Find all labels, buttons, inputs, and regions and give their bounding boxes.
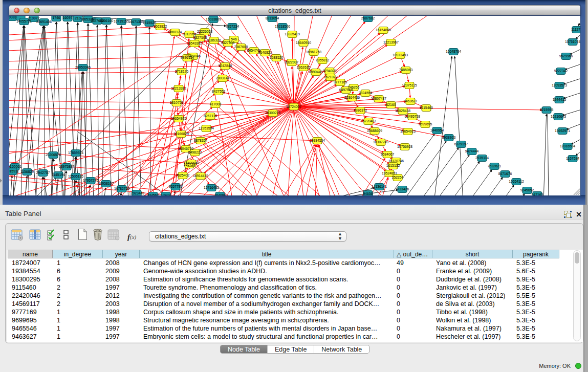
svg-text:1244415: 1244415: [553, 98, 567, 101]
svg-text:8938923: 8938923: [442, 136, 456, 139]
svg-text:62160: 62160: [386, 103, 396, 106]
svg-text:9699695: 9699695: [419, 122, 432, 126]
svg-text:12213967: 12213967: [383, 40, 399, 44]
svg-text:9242848: 9242848: [219, 64, 232, 68]
svg-text:20206576: 20206576: [46, 153, 61, 157]
svg-text:20691406: 20691406: [36, 20, 52, 24]
svg-text:16046756: 16046756: [178, 147, 193, 150]
svg-text:7357234: 7357234: [226, 25, 239, 28]
svg-text:1588520: 1588520: [270, 56, 284, 59]
svg-text:2687682: 2687682: [361, 16, 375, 20]
svg-text:7485063: 7485063: [399, 68, 413, 72]
svg-text:16154808: 16154808: [376, 28, 391, 32]
svg-text:15751074: 15751074: [565, 40, 580, 43]
svg-text:19654925: 19654925: [171, 117, 186, 120]
svg-text:12923448: 12923448: [129, 191, 144, 195]
svg-text:1440954: 1440954: [430, 128, 444, 132]
svg-text:18307249: 18307249: [373, 140, 388, 144]
svg-text:16671355: 16671355: [128, 20, 144, 24]
svg-text:9463627: 9463627: [404, 99, 418, 103]
svg-text:9474444: 9474444: [465, 149, 479, 153]
svg-text:25300275: 25300275: [265, 111, 280, 115]
svg-text:14136141: 14136141: [372, 185, 387, 188]
svg-text:10807487: 10807487: [371, 97, 386, 100]
svg-text:19654923: 19654923: [400, 129, 416, 133]
svg-text:1167534: 1167534: [566, 157, 579, 160]
svg-text:8878354: 8878354: [194, 139, 208, 142]
svg-text:1145194: 1145194: [52, 173, 65, 177]
svg-text:252254: 252254: [392, 176, 404, 179]
svg-text:23975887: 23975887: [59, 165, 74, 168]
svg-text:3915911: 3915911: [9, 169, 19, 173]
svg-text:16914479: 16914479: [193, 174, 208, 178]
svg-text:8912954: 8912954: [183, 32, 197, 36]
svg-text:3824554: 3824554: [359, 91, 373, 95]
svg-text:10756928: 10756928: [397, 145, 412, 148]
svg-text:19384554: 19384554: [310, 139, 325, 142]
svg-text:8267110: 8267110: [204, 114, 217, 118]
svg-text:7632621: 7632621: [488, 164, 502, 168]
svg-text:1733426: 1733426: [396, 187, 409, 191]
svg-text:1150061: 1150061: [9, 165, 21, 168]
svg-text:16097: 16097: [63, 16, 73, 19]
svg-text:16543382: 16543382: [187, 41, 202, 45]
svg-text:1621072: 1621072: [324, 75, 338, 79]
svg-text:12505135: 12505135: [68, 174, 83, 178]
svg-text:17859924: 17859924: [68, 151, 83, 155]
svg-text:8660124: 8660124: [168, 30, 182, 34]
svg-text:12923: 12923: [161, 193, 171, 195]
svg-text:14055721: 14055721: [16, 19, 32, 23]
svg-text:1810755: 1810755: [170, 101, 184, 104]
svg-text:9657791: 9657791: [169, 185, 183, 188]
svg-text:746266: 746266: [348, 85, 360, 89]
svg-text:10719155: 10719155: [114, 19, 129, 23]
svg-text:8813054: 8813054: [266, 16, 279, 20]
svg-text:12353594: 12353594: [199, 126, 214, 130]
svg-text:924562: 924562: [147, 193, 159, 195]
svg-text:9245652: 9245652: [520, 188, 534, 192]
svg-text:8215955: 8215955: [540, 108, 554, 112]
svg-text:1746: 1746: [52, 16, 60, 19]
svg-text:8322037: 8322037: [285, 60, 299, 64]
svg-text:10025438: 10025438: [395, 109, 410, 113]
svg-text:8990448: 8990448: [309, 70, 323, 74]
svg-text:(x): (x): [130, 234, 137, 240]
svg-text:20364436: 20364436: [344, 96, 360, 99]
svg-text:546: 546: [231, 37, 237, 41]
svg-text:2935114: 2935114: [475, 156, 489, 160]
svg-text:16648784: 16648784: [446, 50, 461, 53]
svg-text:23226058: 23226058: [197, 30, 212, 33]
svg-text:16409948: 16409948: [184, 161, 199, 165]
svg-text:19218506: 19218506: [275, 25, 290, 28]
svg-text:8427552: 8427552: [212, 90, 226, 93]
svg-text:15692971: 15692971: [555, 129, 570, 133]
svg-text:19383: 19383: [9, 16, 17, 19]
svg-text:9115460: 9115460: [420, 106, 433, 110]
svg-text:10973493: 10973493: [393, 53, 408, 57]
svg-text:18724007: 18724007: [286, 105, 301, 108]
svg-text:15716485: 15716485: [204, 186, 219, 189]
svg-text:2367608: 2367608: [234, 45, 248, 49]
svg-text:16210643: 16210643: [551, 115, 566, 118]
svg-text:9529966: 9529966: [559, 54, 573, 58]
svg-text:16782759: 16782759: [114, 187, 129, 190]
svg-text:94656: 94656: [363, 192, 373, 195]
svg-text:111273: 111273: [571, 28, 580, 31]
svg-text:7625402: 7625402: [176, 173, 190, 177]
svg-text:8471676: 8471676: [498, 172, 512, 176]
svg-text:9227342: 9227342: [554, 69, 568, 73]
svg-text:1362615: 1362615: [297, 65, 311, 69]
svg-text:6379197: 6379197: [454, 142, 468, 146]
svg-text:8186328: 8186328: [207, 38, 221, 42]
svg-text:17016504: 17016504: [560, 144, 575, 148]
svg-text:17957275: 17957275: [83, 179, 98, 182]
svg-text:19166829: 19166829: [173, 132, 189, 136]
svg-text:9327508: 9327508: [221, 41, 235, 45]
svg-text:12213382: 12213382: [171, 86, 186, 90]
svg-text:164099: 164099: [214, 193, 226, 195]
svg-text:16961758: 16961758: [306, 50, 321, 54]
svg-text:9896154: 9896154: [181, 56, 194, 59]
svg-text:9684067: 9684067: [381, 152, 395, 156]
svg-text:10654112: 10654112: [509, 180, 524, 183]
svg-text:9794028: 9794028: [323, 69, 337, 73]
